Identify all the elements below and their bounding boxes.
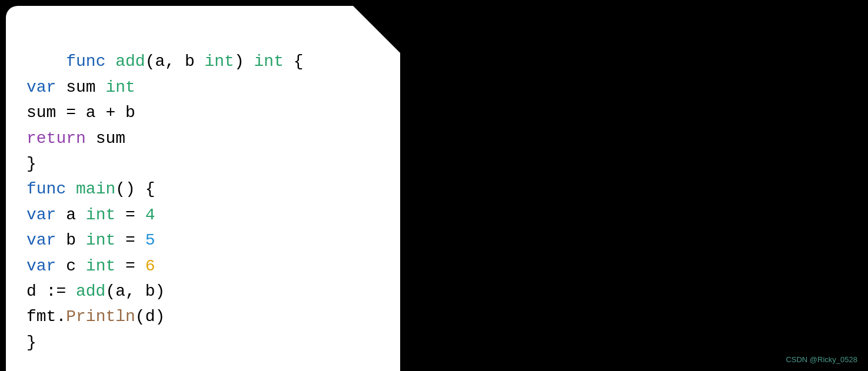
line-10: d := add(a, b) [26, 282, 165, 300]
line-12: } [26, 333, 36, 352]
watermark: CSDN @Ricky_0528 [786, 355, 857, 364]
line-6: func main() { [26, 180, 155, 198]
code-card: func add(a, b int) int { var sum int sum… [6, 6, 400, 371]
line-4: return sum [26, 129, 125, 148]
line-11: fmt.Println(d) [26, 308, 165, 326]
line-7: var a int = 4 [26, 206, 155, 224]
line-9: var c int = 6 [26, 257, 155, 275]
line-3: sum = a + b [26, 103, 135, 122]
line-8: var b int = 5 [26, 231, 155, 249]
line-1: func add(a, b int) int { [66, 52, 303, 71]
line-2: var sum int [26, 78, 135, 96]
line-5: } [26, 155, 36, 173]
code-block: func add(a, b int) int { var sum int sum… [26, 24, 380, 371]
